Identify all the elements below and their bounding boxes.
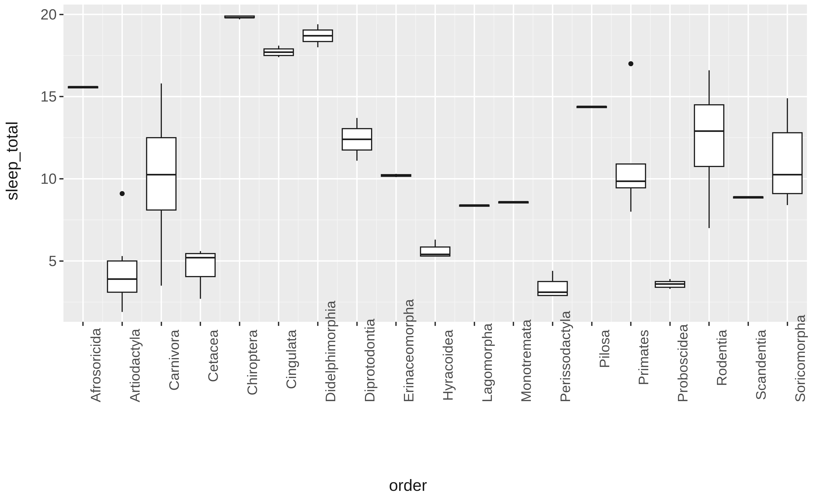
x-tick-mark	[121, 322, 123, 326]
x-tick-label: Erinaceomorpha	[401, 330, 417, 402]
boxplot-chart: sleep_total order 5101520AfrosoricidaArt…	[0, 0, 816, 504]
x-tick-label: Hyracoidea	[440, 330, 456, 402]
svg-rect-97	[538, 281, 567, 296]
x-tick-label: Afrosoricida	[87, 330, 104, 402]
x-tick-label: Chiroptera	[244, 330, 260, 402]
x-tick-mark	[317, 322, 318, 326]
x-axis-title: order	[0, 476, 816, 494]
x-tick-label: Soricomorpha	[792, 330, 808, 402]
x-tick-mark	[278, 322, 279, 326]
x-tick-label: Cetacea	[205, 330, 221, 402]
x-tick-mark	[591, 322, 593, 326]
x-tick-mark	[82, 322, 84, 326]
svg-rect-52	[107, 261, 137, 292]
x-tick-mark	[200, 322, 201, 326]
x-tick-label: Proboscidea	[675, 330, 691, 402]
x-tick-label: Monotremata	[518, 330, 534, 402]
x-tick-mark	[513, 322, 514, 326]
x-axis-title-text: order	[389, 476, 427, 494]
x-tick-mark	[161, 322, 162, 326]
x-tick-label: Diprotodontia	[362, 330, 378, 402]
x-tick-mark	[239, 322, 240, 326]
x-tick-mark	[474, 322, 475, 326]
y-axis-title: sleep_total	[3, 0, 21, 322]
y-tick-mark	[59, 178, 63, 179]
y-tick-mark	[59, 260, 63, 262]
y-axis-title-text: sleep_total	[2, 121, 21, 200]
svg-rect-114	[695, 105, 724, 166]
x-tick-mark	[748, 322, 749, 326]
x-tick-label: Cingulata	[283, 330, 299, 402]
plot-panel	[63, 5, 807, 322]
x-tick-mark	[435, 322, 436, 326]
y-tick-label: 15	[29, 88, 57, 105]
svg-rect-122	[773, 133, 802, 194]
x-tick-mark	[630, 322, 631, 326]
x-tick-mark	[787, 322, 788, 326]
x-tick-label: Perissodactyla	[557, 330, 573, 402]
y-tick-mark	[59, 14, 63, 15]
x-tick-label: Primates	[635, 330, 651, 402]
x-tick-mark	[708, 322, 710, 326]
x-tick-label: Pilosa	[596, 330, 612, 402]
x-tick-label: Artiodactyla	[127, 330, 143, 402]
x-tick-mark	[669, 322, 671, 326]
x-tick-mark	[552, 322, 553, 326]
svg-point-107	[628, 61, 633, 66]
x-tick-mark	[395, 322, 397, 326]
x-tick-label: Lagomorpha	[479, 330, 495, 402]
svg-rect-105	[616, 164, 645, 188]
svg-point-54	[120, 191, 125, 196]
x-tick-label: Didelphimorphia	[322, 330, 338, 402]
x-tick-mark	[356, 322, 358, 326]
x-tick-label: Rodentia	[714, 330, 730, 402]
svg-rect-57	[147, 138, 176, 210]
y-tick-label: 10	[29, 170, 57, 187]
y-tick-label: 20	[29, 6, 57, 23]
y-tick-mark	[59, 96, 63, 97]
y-tick-label: 5	[29, 253, 57, 269]
x-tick-label: Carnivora	[166, 330, 182, 402]
x-tick-label: Scandentia	[753, 330, 769, 402]
